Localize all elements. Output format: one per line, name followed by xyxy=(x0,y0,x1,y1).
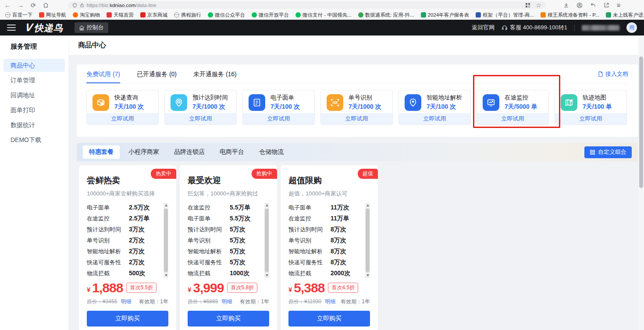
custom-combo-button[interactable]: 自定义组合 xyxy=(584,146,632,158)
scroll-down-icon[interactable] xyxy=(266,274,268,277)
buy-now-button[interactable]: 立即购买 xyxy=(288,311,370,326)
bookmark-item[interactable]: 微信公众平台 xyxy=(208,12,245,18)
avatar[interactable]: 用 xyxy=(626,22,637,33)
buy-now-button[interactable]: 立即购买 xyxy=(87,311,168,326)
trial-card-track-map[interactable]: 轨迹地图 7天/100 单 立即试用 xyxy=(555,90,627,125)
sidebar-item-callback-address[interactable]: 回调地址 xyxy=(4,89,65,102)
scroll-up-icon[interactable] xyxy=(165,204,167,206)
try-now-button[interactable]: 立即试用 xyxy=(243,113,314,124)
detail-link[interactable]: 明细 xyxy=(221,298,232,305)
sidebar-item-demo-download[interactable]: DEMO下载 xyxy=(4,133,65,146)
trial-card-tracking-number-recognition[interactable]: 单号识别 7天/1000 次 立即试用 xyxy=(320,90,393,125)
try-now-button[interactable]: 立即试用 xyxy=(165,113,236,124)
support-phone[interactable]: 客服 400-8699-100转1 xyxy=(502,24,567,32)
package-tab-special-offer[interactable]: 特惠套餐 xyxy=(83,145,120,159)
package-tab-ecommerce[interactable]: 电商平台 xyxy=(213,145,250,159)
pricing-card-row: 热卖中 尝鲜热卖 100000+商家尝鲜购买选择 电子面单2.5万次 在途监控2… xyxy=(79,165,644,330)
buy-now-button[interactable]: 立即购买 xyxy=(188,311,269,326)
back-icon[interactable]: ← xyxy=(4,2,11,8)
try-now-button[interactable]: 立即试用 xyxy=(399,113,470,124)
tab-not-activated-services[interactable]: 未开通服务 (16) xyxy=(193,64,237,83)
feature-name: 电子面单 xyxy=(87,204,129,212)
waybill-doc-icon xyxy=(249,94,265,111)
feature-name: 单号识别 xyxy=(87,237,129,245)
bookmark-item[interactable]: 京东商城 xyxy=(140,12,167,18)
bookmark-star-icon[interactable]: ☆ xyxy=(536,2,541,8)
feature-name: 预计达到时间 xyxy=(188,226,230,234)
scrollbar-thumb[interactable] xyxy=(164,209,168,272)
favicon-icon xyxy=(140,12,146,18)
hamburger-menu-icon[interactable] xyxy=(7,25,16,31)
bookmark-item[interactable]: 2024年客户服务表 xyxy=(421,12,470,18)
list-scrollbar[interactable] xyxy=(264,203,269,278)
trial-card-e-waybill[interactable]: 电子面单 7天/100 次 立即试用 xyxy=(242,90,315,125)
scrollbar-thumb[interactable] xyxy=(265,209,269,272)
scroll-up-icon[interactable] xyxy=(366,204,369,206)
package-tab-mini-program[interactable]: 小程序商家 xyxy=(122,145,165,159)
page-scrollbar-thumb[interactable] xyxy=(639,57,643,188)
feature-qty: 2万次 xyxy=(129,237,145,245)
bookmark-item[interactable]: 模王系统准备资料 - P... xyxy=(541,12,599,18)
sidebar-item-product-center[interactable]: 商品中心 xyxy=(4,59,65,72)
forward-icon[interactable]: → xyxy=(18,2,24,8)
page-scrollbar[interactable] xyxy=(638,35,644,330)
trial-card-express-query[interactable]: 快递查询 7天/100 次 立即试用 xyxy=(86,90,159,125)
list-scrollbar[interactable] xyxy=(365,203,370,278)
console-button[interactable]: 控制台 xyxy=(75,22,108,33)
bookmark-item[interactable]: 百度一下 xyxy=(5,12,32,18)
feature-qty: 2万次 xyxy=(129,259,145,266)
trial-card-address-parsing[interactable]: 智能地址解析 7天/100 次 立即试用 xyxy=(398,90,471,125)
bookmark-item[interactable]: 网址导航 xyxy=(39,12,66,18)
package-tab-brand-chain[interactable]: 品牌连锁店 xyxy=(168,145,211,159)
bookmark-item[interactable]: 天猫直营 xyxy=(107,12,134,18)
scroll-up-icon[interactable] xyxy=(266,204,268,206)
app-header: V快递鸟 控制台 返回官网 客服 400-8699-100转1 用 xyxy=(0,20,644,35)
scroll-down-icon[interactable] xyxy=(366,274,369,277)
feature-qty: 5万次 xyxy=(230,237,246,245)
url-text[interactable]: https://biz.kdniao.com/data-line xyxy=(87,3,157,8)
home-icon[interactable] xyxy=(43,2,49,8)
try-now-button[interactable]: 立即试用 xyxy=(321,113,392,124)
feature-qty: 8万次 xyxy=(331,226,346,234)
detail-link[interactable]: 明细 xyxy=(325,298,335,305)
brand-logo[interactable]: V快递鸟 xyxy=(25,21,63,34)
trial-card-name: 电子面单 xyxy=(270,94,300,102)
shield-icon[interactable] xyxy=(72,3,77,8)
scroll-down-icon[interactable] xyxy=(165,274,167,277)
try-now-button[interactable]: 立即试用 xyxy=(87,113,158,124)
package-tab-warehouse-logistics[interactable]: 仓储物流 xyxy=(253,145,290,159)
try-now-button[interactable]: 立即试用 xyxy=(477,113,548,124)
trial-card-quota: 7天/100 次 xyxy=(114,103,144,111)
main-content: 商品中心 免费试用 (7) 已开通服务 (0) 未开通服务 (16) 接入文档 … xyxy=(69,35,644,330)
share-icon[interactable] xyxy=(604,2,609,8)
try-now-button[interactable]: 立即试用 xyxy=(555,113,626,124)
bookmark-item[interactable]: 淘宝购物 xyxy=(73,12,100,18)
bookmark-item[interactable]: 微信开放平台 xyxy=(252,12,289,18)
download-icon[interactable] xyxy=(563,2,569,8)
trial-card-quota: 7天/100 次 xyxy=(427,103,462,111)
qr-code-icon[interactable] xyxy=(525,3,530,8)
history-undo-icon[interactable] xyxy=(590,2,596,8)
bookmark-item[interactable]: 未上线客户进度表 xyxy=(606,12,644,18)
bookmark-item[interactable]: 框架（平台）管理-商... xyxy=(476,12,534,18)
bookmark-item[interactable]: 携程旅行 xyxy=(174,12,201,18)
tab-activated-services[interactable]: 已开通服务 (0) xyxy=(137,64,177,83)
bookmark-item[interactable]: 数据通系统: 应用-抖... xyxy=(358,12,414,18)
trial-card-in-transit-monitoring[interactable]: 在途监控 7天/5000 单 立即试用 xyxy=(477,90,549,125)
sidebar-item-data-statistics[interactable]: 数据统计 xyxy=(4,118,65,131)
bookmark-item[interactable]: 微信支付 - 中国领先... xyxy=(295,12,352,18)
address-bar[interactable]: https://biz.kdniao.com/data-line ☆ xyxy=(68,1,546,9)
feature-name: 单号识别 xyxy=(288,237,331,245)
sidebar-item-waybill-print[interactable]: 面单打印 xyxy=(4,103,65,117)
sidebar-item-order-management[interactable]: 订单管理 xyxy=(4,74,65,87)
scrollbar-thumb[interactable] xyxy=(366,209,370,272)
account-icon[interactable] xyxy=(576,2,583,8)
list-scrollbar[interactable] xyxy=(164,203,168,278)
back-to-site-link[interactable]: 返回官网 xyxy=(472,24,495,32)
docs-link[interactable]: 接入文档 xyxy=(598,70,628,78)
tab-free-trial[interactable]: 免费试用 (7) xyxy=(86,64,120,83)
detail-link[interactable]: 明细 xyxy=(121,298,131,305)
menu-icon[interactable]: ≡ xyxy=(617,2,621,8)
trial-card-estimated-arrival[interactable]: 预计达到时间 7天/1000 次 立即试用 xyxy=(164,90,237,125)
reload-icon[interactable]: ⟳ xyxy=(31,2,36,8)
